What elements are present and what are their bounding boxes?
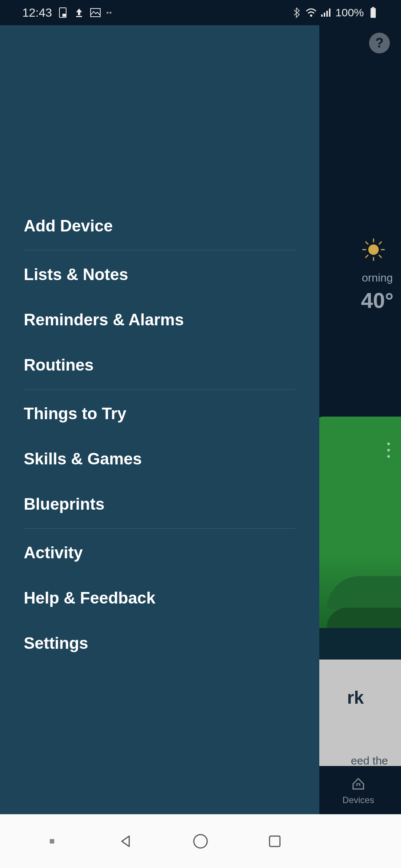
svg-line-19 <box>366 255 368 257</box>
menu-help-feedback[interactable]: Help & Feedback <box>24 575 296 621</box>
svg-rect-3 <box>91 9 100 17</box>
svg-line-17 <box>379 255 381 257</box>
menu-lists-notes[interactable]: Lists & Notes <box>24 252 296 297</box>
svg-rect-8 <box>329 9 330 17</box>
sun-icon <box>357 237 390 264</box>
tab-label: Devices <box>342 795 374 805</box>
wifi-icon <box>306 7 317 18</box>
menu-routines[interactable]: Routines <box>24 342 296 388</box>
devices-icon <box>350 775 366 793</box>
divider <box>24 250 296 250</box>
battery-percent: 100% <box>335 6 364 19</box>
status-time: 12:43 <box>22 6 52 20</box>
svg-rect-9 <box>372 7 374 8</box>
status-bar: 12:43 •• <box>0 0 401 25</box>
menu-add-device[interactable]: Add Device <box>24 203 296 249</box>
bluetooth-icon <box>291 7 302 18</box>
svg-rect-2 <box>76 16 82 17</box>
upload-icon <box>74 7 85 18</box>
svg-rect-10 <box>371 8 376 18</box>
svg-point-4 <box>310 14 312 17</box>
menu-settings[interactable]: Settings <box>24 621 296 666</box>
battery-icon <box>368 7 379 18</box>
svg-line-16 <box>366 242 368 244</box>
weather-time-of-day: orning <box>361 272 394 284</box>
signal-icon <box>320 7 332 18</box>
image-icon <box>90 7 101 18</box>
gray-card[interactable]: rk eed the <box>316 660 401 778</box>
svg-rect-21 <box>270 836 280 846</box>
nav-spacer <box>338 830 360 852</box>
menu-blueprints[interactable]: Blueprints <box>24 481 296 527</box>
svg-point-20 <box>194 835 207 848</box>
card-menu-icon[interactable] <box>387 439 390 461</box>
svg-line-18 <box>379 242 381 244</box>
nav-home-button[interactable] <box>189 830 212 852</box>
gray-card-title-fragment: rk <box>347 687 364 708</box>
nav-back-button[interactable] <box>115 830 137 852</box>
status-right: 100% <box>291 6 379 19</box>
nav-recent-button[interactable] <box>264 830 286 852</box>
help-icon[interactable]: ? <box>369 33 390 53</box>
more-icon: •• <box>106 9 112 17</box>
svg-rect-5 <box>321 14 323 17</box>
svg-rect-6 <box>324 13 325 17</box>
weather-temperature: 40° <box>361 288 394 313</box>
svg-point-11 <box>368 244 379 255</box>
divider <box>24 528 296 529</box>
menu-things-to-try[interactable]: Things to Try <box>24 391 296 436</box>
gray-card-body-fragment: eed the <box>351 754 388 767</box>
menu-reminders-alarms[interactable]: Reminders & Alarms <box>24 297 296 342</box>
android-nav-bar <box>0 814 401 868</box>
status-left: 12:43 •• <box>22 6 112 20</box>
weather-widget: orning 40° <box>361 237 394 313</box>
dark-strip <box>316 628 401 660</box>
menu-activity[interactable]: Activity <box>24 530 296 575</box>
menu-skills-games[interactable]: Skills & Games <box>24 436 296 481</box>
svg-rect-7 <box>326 11 328 17</box>
navigation-drawer: Add Device Lists & Notes Reminders & Ala… <box>0 25 319 814</box>
bottom-tab-devices[interactable]: Devices <box>316 766 401 814</box>
divider <box>24 389 296 389</box>
nav-extra[interactable] <box>41 830 63 852</box>
green-card[interactable] <box>316 417 401 628</box>
sim-icon <box>57 7 68 18</box>
svg-rect-1 <box>62 14 66 17</box>
